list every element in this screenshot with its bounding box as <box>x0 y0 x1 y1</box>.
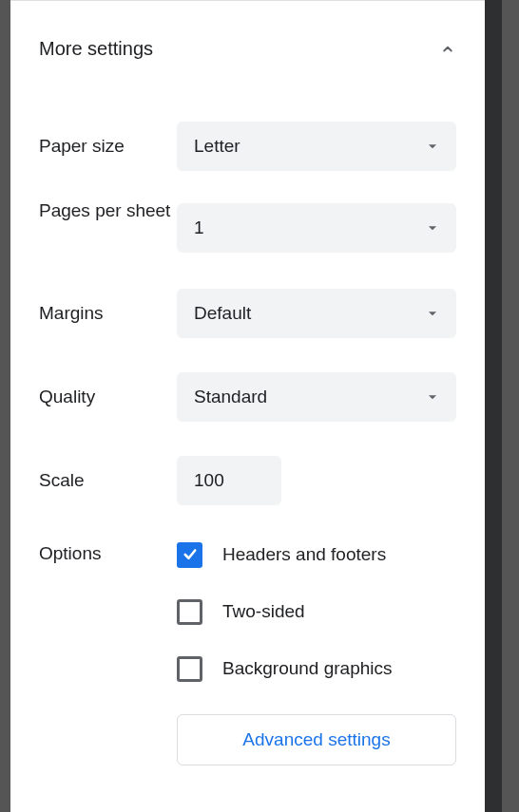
chevron-up-icon <box>439 41 456 58</box>
background-graphics-checkbox[interactable] <box>177 656 202 682</box>
margins-row: Margins Default <box>39 289 456 338</box>
dropdown-arrow-icon <box>426 221 439 235</box>
background-graphics-option[interactable]: Background graphics <box>177 653 456 684</box>
two-sided-label: Two-sided <box>222 601 305 622</box>
pages-per-sheet-select[interactable]: 1 <box>177 203 456 253</box>
quality-row: Quality Standard <box>39 372 456 422</box>
more-settings-header[interactable]: More settings <box>39 38 456 60</box>
quality-label: Quality <box>39 386 177 409</box>
pages-per-sheet-value: 1 <box>194 217 204 238</box>
headers-footers-checkbox[interactable] <box>177 542 202 568</box>
top-divider <box>10 0 485 1</box>
dropdown-arrow-icon <box>426 140 439 153</box>
paper-size-label: Paper size <box>39 135 177 159</box>
scale-label: Scale <box>39 469 177 493</box>
dropdown-arrow-icon <box>426 307 439 320</box>
options-list: Headers and footers Two-sided Background… <box>177 539 456 765</box>
quality-select[interactable]: Standard <box>177 372 456 422</box>
window-backdrop: More settings Paper size Letter Pages pe… <box>0 0 519 812</box>
margins-value: Default <box>194 303 251 324</box>
window-divider <box>485 0 502 812</box>
headers-footers-label: Headers and footers <box>222 544 386 565</box>
dropdown-arrow-icon <box>426 390 439 404</box>
section-title: More settings <box>39 38 153 60</box>
quality-value: Standard <box>194 387 267 407</box>
options-label: Options <box>39 539 177 765</box>
two-sided-option[interactable]: Two-sided <box>177 596 456 627</box>
paper-size-value: Letter <box>194 136 240 157</box>
paper-size-row: Paper size Letter <box>39 122 456 171</box>
pages-per-sheet-label: Pages per sheet <box>39 199 177 223</box>
settings-panel: More settings Paper size Letter Pages pe… <box>10 0 485 812</box>
two-sided-checkbox[interactable] <box>177 599 202 625</box>
headers-footers-option[interactable]: Headers and footers <box>177 539 456 570</box>
options-row: Options Headers and footers Two-sided <box>39 539 456 765</box>
margins-label: Margins <box>39 302 177 326</box>
pages-per-sheet-row: Pages per sheet 1 <box>39 199 456 253</box>
advanced-settings-button[interactable]: Advanced settings <box>177 714 456 765</box>
background-graphics-label: Background graphics <box>222 658 393 679</box>
scale-input[interactable] <box>177 456 281 505</box>
paper-size-select[interactable]: Letter <box>177 122 456 171</box>
scale-row: Scale <box>39 456 456 505</box>
margins-select[interactable]: Default <box>177 289 456 338</box>
